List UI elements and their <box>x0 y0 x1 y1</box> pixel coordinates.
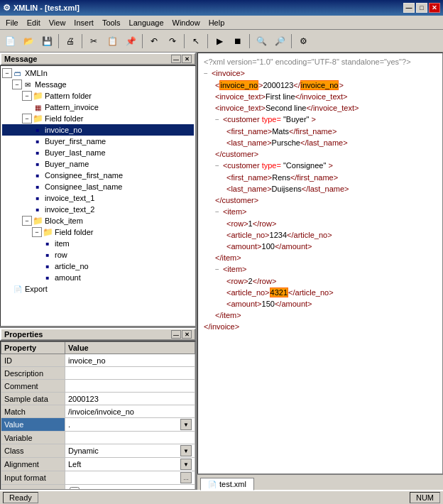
tree-item-invoice-text2[interactable]: ■ invoice_text_2 <box>2 204 194 215</box>
amount2-content: 150 <box>262 300 275 308</box>
select-button[interactable]: ↖ <box>187 33 204 50</box>
menu-edit[interactable]: Edit <box>23 17 45 28</box>
tree-item-pattern-invoice[interactable]: ▦ Pattern_invoice <box>2 102 194 113</box>
toolbar: 📄 📂 💾 🖨 ✂ 📋 📌 ↶ ↷ ↖ ▶ ⏹ 🔍 🔎 ⚙ <box>0 30 443 53</box>
maximize-button[interactable]: □ <box>416 3 427 13</box>
properties-panel-minimize[interactable]: — <box>171 330 181 339</box>
block-item-icon: 📁 <box>32 216 43 226</box>
tree-toggle-field-folder[interactable]: − <box>22 114 32 124</box>
tree-item-xmlin[interactable]: − 🗃 XMLIn <box>2 67 194 79</box>
consignee-fn-content: Rens <box>272 173 290 182</box>
new-button[interactable]: 📄 <box>1 33 18 50</box>
input-format-dropdown[interactable]: … <box>68 472 192 483</box>
xml-line-item2-close: </item> <box>201 309 439 321</box>
properties-panel-close[interactable]: ✕ <box>182 330 192 339</box>
tree-item-consignee-last[interactable]: ■ Consignee_last_name <box>2 181 194 192</box>
tree-item-field-folder[interactable]: − 📁 Field folder <box>2 113 194 124</box>
message-panel-controls: — ✕ <box>171 55 192 63</box>
undo-button[interactable]: ↶ <box>146 33 163 50</box>
stop-button[interactable]: ⏹ <box>229 33 246 50</box>
keep-spaces-checkbox[interactable] <box>70 487 80 490</box>
value-dropdown-btn[interactable]: ▼ <box>180 419 192 430</box>
tree-item-block-item[interactable]: − 📁 Block_item <box>2 215 194 226</box>
settings-button[interactable]: ⚙ <box>295 33 312 50</box>
paste-button[interactable]: 📌 <box>122 33 139 50</box>
collapse-invoice[interactable]: − <box>204 70 208 77</box>
cut-button[interactable]: ✂ <box>85 33 102 50</box>
menu-window[interactable]: Window <box>168 17 204 28</box>
tree-item-message[interactable]: − ✉ Message <box>2 79 194 90</box>
xml-editor[interactable]: <?xml version="1.0" encoding="UTF-8" sta… <box>197 53 443 474</box>
message-panel-close[interactable]: ✕ <box>182 55 192 63</box>
zoom-in-button[interactable]: 🔍 <box>253 33 270 50</box>
menu-view[interactable]: View <box>45 17 70 28</box>
message-panel-minimize[interactable]: — <box>171 55 181 63</box>
prop-value-comment[interactable] <box>65 380 195 393</box>
redo-button[interactable]: ↷ <box>164 33 181 50</box>
value-dropdown[interactable]: . ▼ <box>68 419 192 430</box>
tree-toggle-block-item[interactable]: − <box>22 216 32 226</box>
zoom-out-button[interactable]: 🔎 <box>271 33 288 50</box>
menu-tools[interactable]: Tools <box>98 17 125 28</box>
prop-value-value[interactable]: . ▼ <box>65 418 195 432</box>
tree-item-consignee-first[interactable]: ■ Consignee_first_name <box>2 170 194 181</box>
collapse-item2[interactable]: − <box>215 265 219 273</box>
tree-toggle-pattern-folder[interactable]: − <box>22 91 32 101</box>
prop-value-description[interactable] <box>65 367 195 380</box>
properties-panel: Properties — ✕ Property Value <box>0 327 196 490</box>
prop-value-id[interactable]: invoice_no <box>65 354 195 367</box>
tree-item-invoice-text1[interactable]: ■ invoice_text_1 <box>2 192 194 204</box>
tree-item-block-field-folder[interactable]: − 📁 Field folder <box>2 226 194 238</box>
save-button[interactable]: 💾 <box>38 33 55 50</box>
menu-file[interactable]: File <box>1 17 23 28</box>
input-format-btn[interactable]: … <box>180 472 192 483</box>
menu-help[interactable]: Help <box>204 17 229 28</box>
tree-item-buyer-last[interactable]: ■ Buyer_last_name <box>2 147 194 158</box>
class-dropdown-btn[interactable]: ▼ <box>180 445 192 456</box>
tree-item-article-no[interactable]: ■ article_no <box>2 261 194 272</box>
menu-language[interactable]: Language <box>125 17 168 28</box>
tree-toggle-block-field-folder[interactable]: − <box>32 227 42 237</box>
prop-value-sample-data[interactable]: 2000123 <box>65 393 195 405</box>
tree-item-item[interactable]: ■ item <box>2 238 194 249</box>
tab-test-xml[interactable]: 📄 test.xml <box>200 478 254 491</box>
tree-label-pattern-invoice: Pattern_invoice <box>45 103 99 111</box>
collapse-customer-buyer[interactable]: − <box>215 116 219 124</box>
close-button[interactable]: ✕ <box>429 3 440 13</box>
tree-item-row[interactable]: ■ row <box>2 249 194 261</box>
prop-value-alignment[interactable]: Left ▼ <box>65 458 195 471</box>
tab-bar: 📄 test.xml <box>197 474 443 490</box>
tree-item-pattern-folder[interactable]: − 📁 Pattern folder <box>2 90 194 102</box>
collapse-item1[interactable]: − <box>215 208 219 216</box>
prop-value-match[interactable]: /invoice/invoice_no <box>65 405 195 418</box>
alignment-dropdown-btn[interactable]: ▼ <box>180 459 192 470</box>
alignment-dropdown[interactable]: Left ▼ <box>68 459 192 470</box>
prop-value-class[interactable]: Dynamic ▼ <box>65 444 195 458</box>
tree-item-invoice-no[interactable]: ■ invoice_no <box>2 124 194 136</box>
xml-line-amount2: <amount>150</amount> <box>201 298 439 309</box>
message-tree[interactable]: − 🗃 XMLIn − ✉ Message − 📁 Pat <box>0 65 196 327</box>
print-button[interactable]: 🖨 <box>62 33 79 50</box>
window-controls: — □ ✕ <box>403 3 440 13</box>
tree-item-buyer-first[interactable]: ■ Buyer_first_name <box>2 136 194 147</box>
num-lock-text: NUM <box>416 493 434 502</box>
tree-toggle-message[interactable]: − <box>12 80 22 89</box>
prop-value-input-format[interactable]: … <box>65 471 195 485</box>
tree-item-buyer-name[interactable]: ■ Buyer_name <box>2 158 194 170</box>
copy-button[interactable]: 📋 <box>104 33 121 50</box>
class-dropdown[interactable]: Dynamic ▼ <box>68 445 192 456</box>
tree-toggle-xmlin[interactable]: − <box>2 68 12 78</box>
minimize-button[interactable]: — <box>403 3 415 13</box>
tree-item-export[interactable]: 📄 Export <box>2 283 194 295</box>
prop-row-comment: Comment <box>1 380 195 393</box>
prop-value-keep-spaces[interactable] <box>65 485 195 491</box>
run-button[interactable]: ▶ <box>211 33 228 50</box>
tree-item-amount[interactable]: ■ amount <box>2 272 194 283</box>
menu-insert[interactable]: Insert <box>70 17 98 28</box>
separator-3 <box>142 34 143 48</box>
prop-value-variable[interactable] <box>65 432 195 444</box>
prop-label-id: ID <box>1 354 65 367</box>
buyer-last-icon: ■ <box>32 148 43 158</box>
collapse-customer-consignee[interactable]: − <box>215 162 219 170</box>
open-button[interactable]: 📂 <box>20 33 37 50</box>
